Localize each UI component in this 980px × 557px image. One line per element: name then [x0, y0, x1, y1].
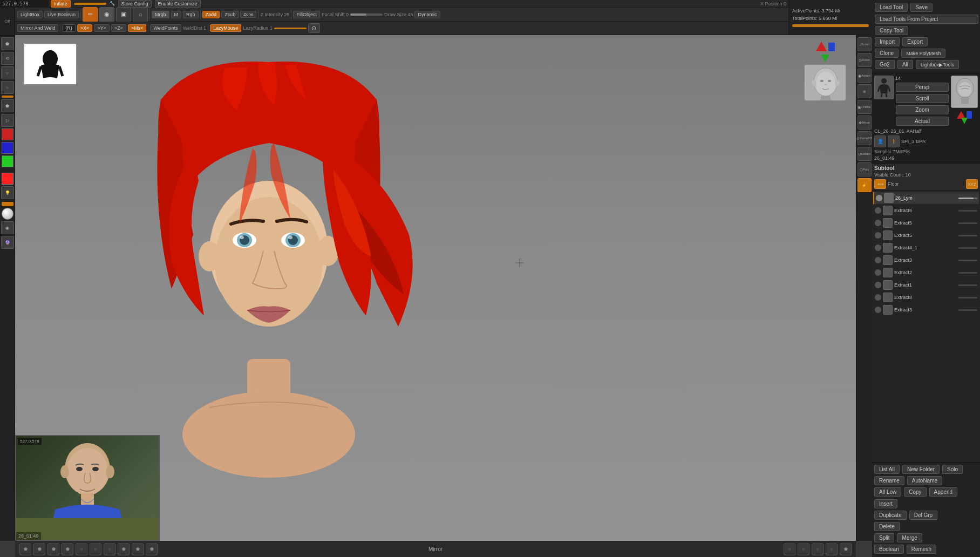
fill-object-btn[interactable]: FillObject: [293, 11, 320, 18]
tool-bottom-1[interactable]: 💡: [1, 186, 14, 199]
remesh-btn[interactable]: Remesh: [907, 545, 936, 554]
bottom-icon-6[interactable]: ○: [90, 544, 101, 555]
tool-3-btn[interactable]: ○: [1, 66, 14, 79]
append-btn[interactable]: Append: [929, 487, 957, 497]
subtool-item-1[interactable]: 26_Lym: [873, 192, 979, 205]
zsub-btn[interactable]: Zsub: [221, 11, 239, 18]
auto-name-btn[interactable]: AutoName: [907, 476, 942, 485]
bottom-icon-12[interactable]: ○: [798, 544, 809, 555]
small-icon-1[interactable]: 👤: [874, 135, 886, 147]
lazy-icon[interactable]: ⊙: [308, 23, 320, 33]
solo-btn[interactable]: Solo: [942, 465, 963, 474]
boolean-btn[interactable]: Boolean: [874, 545, 904, 554]
bottom-icon-5[interactable]: ○: [76, 544, 87, 555]
light-icon[interactable]: ◉: [1, 221, 14, 234]
floor-icon[interactable]: ⟺: [874, 179, 886, 189]
subtool-item-5[interactable]: Extract4_1: [873, 242, 979, 254]
zoom-btn[interactable]: Zoom: [896, 105, 949, 114]
rename-btn[interactable]: Rename: [874, 476, 904, 485]
bottom-icon-3[interactable]: ⬟: [47, 544, 59, 555]
actual-tool-btn[interactable]: ◉Actual: [858, 69, 872, 83]
delete-btn[interactable]: Delete: [874, 522, 900, 531]
make-polymesh-btn[interactable]: Make PolyMesh: [901, 49, 945, 58]
layer-icon[interactable]: ▣: [116, 7, 131, 22]
subtool-item-4[interactable]: Extract5: [873, 229, 979, 242]
bottom-icon-4[interactable]: ⬟: [62, 544, 73, 555]
z-axis-btn[interactable]: >Z<: [111, 24, 126, 32]
bottom-icon-7[interactable]: ○: [104, 544, 115, 555]
subtool-item-6[interactable]: Extract3: [873, 254, 979, 267]
subtool-item-7[interactable]: Extract2: [873, 267, 979, 279]
subtool-item-9[interactable]: Extract8: [873, 291, 979, 304]
merge-btn[interactable]: Merge: [897, 533, 922, 542]
bottom-icon-2[interactable]: ⬟: [33, 544, 45, 555]
save-btn[interactable]: Save: [910, 3, 933, 12]
zoom3d-tool-btn[interactable]: ⊙Zoom3D: [858, 131, 872, 145]
small-icon-2[interactable]: 🚶: [888, 135, 900, 147]
load-tool-btn[interactable]: Load Tool: [875, 3, 908, 12]
main-canvas[interactable]: 527,0.578: [15, 35, 856, 541]
3d-head-model[interactable]: [951, 76, 978, 108]
subtool-item-8[interactable]: Extract1: [873, 279, 979, 291]
rotate-tool-btn[interactable]: ↺Rotate: [858, 147, 872, 161]
list-all-btn[interactable]: List All: [874, 465, 900, 474]
inflate-btn[interactable]: Inflate: [51, 0, 71, 8]
cursor-tool-btn[interactable]: ⊕: [858, 84, 872, 98]
split-btn[interactable]: Split: [874, 533, 894, 542]
tool-4-btn[interactable]: ○: [1, 81, 14, 94]
subtool-item-10[interactable]: Extract3: [873, 304, 979, 316]
all-btn[interactable]: All: [897, 60, 913, 69]
bottom-icon-15[interactable]: ⬟: [840, 544, 852, 555]
enable-customize-btn[interactable]: Enable Customize: [155, 0, 201, 8]
tool-2-btn[interactable]: ⟲: [1, 52, 14, 65]
bottom-icon-8[interactable]: ⬟: [118, 544, 130, 555]
swatch-fg[interactable]: [2, 173, 13, 185]
bottom-icon-10[interactable]: ⬟: [146, 544, 158, 555]
bottom-icon-13[interactable]: ○: [812, 544, 824, 555]
poly-tool-btn[interactable]: ⬡Poly: [858, 162, 872, 176]
persp-btn[interactable]: Persp: [896, 83, 949, 92]
subtool-item-2[interactable]: Extract6: [873, 205, 979, 217]
edit-icon[interactable]: ✏: [83, 7, 98, 22]
lightbox-tools-btn[interactable]: Lightbox▶Tools: [916, 60, 959, 69]
duplicate-btn[interactable]: Duplicate: [874, 511, 907, 520]
all-low-btn[interactable]: All Low: [874, 487, 901, 497]
insert-btn[interactable]: Insert: [874, 499, 897, 508]
xyz-icon[interactable]: XYZ: [966, 179, 978, 189]
color-swatch-3[interactable]: [2, 155, 13, 167]
zone-btn[interactable]: Zone: [240, 11, 256, 18]
import-btn[interactable]: Import: [875, 37, 900, 46]
tool-6-btn[interactable]: ▷: [1, 114, 14, 127]
scroll-tool-btn[interactable]: ↕Scroll: [858, 37, 872, 51]
draw-icon[interactable]: ◉: [99, 7, 114, 22]
load-tools-project-btn[interactable]: Load Tools From Project: [875, 15, 978, 24]
weld-points-btn[interactable]: WeldPoints: [150, 24, 181, 32]
zoom-tool-btn[interactable]: ⊙Zoom: [858, 53, 872, 67]
lazy-mouse-btn[interactable]: LazyMouse: [210, 24, 241, 32]
zadd-btn[interactable]: Zadd: [202, 11, 220, 18]
sphere-preview[interactable]: [2, 208, 13, 220]
scroll-btn[interactable]: Scroll: [896, 94, 949, 103]
human-silhouette-thumb[interactable]: [874, 76, 894, 99]
color-swatch-1[interactable]: [2, 128, 13, 140]
go2-btn[interactable]: Go2: [875, 60, 895, 69]
actual-btn[interactable]: Actual: [896, 117, 949, 126]
dynamic-btn[interactable]: Dynamic: [414, 11, 440, 18]
rgb-btn[interactable]: Rgb: [183, 11, 199, 18]
copy-tool-btn[interactable]: Copy Tool: [875, 26, 908, 35]
clone-btn[interactable]: Clone: [875, 49, 899, 58]
new-folder-btn[interactable]: New Folder: [902, 465, 940, 474]
mirror-weld-btn[interactable]: Mirror And Weld: [17, 24, 58, 32]
store-config-btn[interactable]: Store Config: [118, 0, 152, 8]
move-tool-btn[interactable]: ✥Move: [858, 116, 872, 130]
tool-1-btn[interactable]: ⬟: [1, 37, 14, 50]
export-btn[interactable]: Export: [902, 37, 928, 46]
frame-tool-btn[interactable]: ▣Frame: [858, 100, 872, 114]
m-btn[interactable]: M: [171, 11, 182, 18]
tool-5-btn[interactable]: ⬟: [1, 99, 14, 112]
subtool-item-3[interactable]: Extract5: [873, 217, 979, 229]
mrgb-btn[interactable]: Mrgb: [152, 11, 169, 18]
copy-subtool-btn[interactable]: Copy: [904, 487, 926, 497]
bottom-icon-14[interactable]: ○: [826, 544, 838, 555]
material-icon[interactable]: 🔮: [1, 236, 14, 249]
